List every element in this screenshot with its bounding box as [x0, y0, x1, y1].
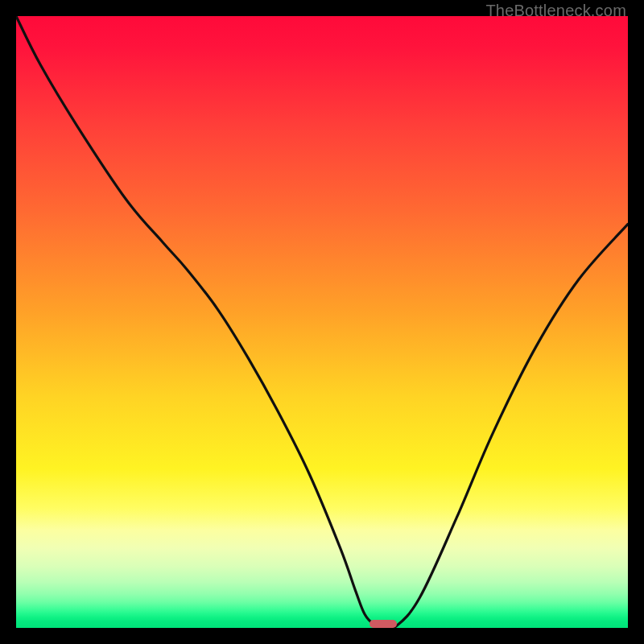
chart-frame: TheBottleneck.com [0, 0, 644, 644]
optimal-marker [369, 620, 397, 628]
watermark-text: TheBottleneck.com [485, 2, 626, 20]
chart-background-gradient [16, 16, 628, 628]
